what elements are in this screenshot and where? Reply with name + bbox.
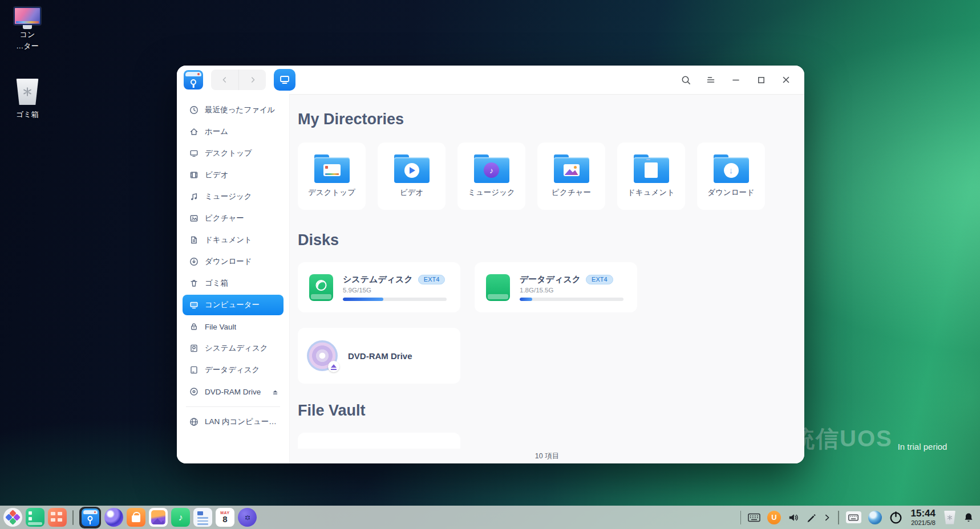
music-folder-icon: ♪ bbox=[474, 154, 509, 183]
download-icon bbox=[189, 257, 199, 266]
sidebar-item-system-disk[interactable]: システムディスク bbox=[183, 338, 284, 359]
sidebar-item-data-disk[interactable]: データディスク bbox=[183, 360, 284, 380]
text-editor-icon[interactable] bbox=[193, 508, 212, 527]
tray-date: 2021/5/8 bbox=[911, 519, 936, 527]
volume-icon[interactable] bbox=[788, 512, 799, 523]
notification-bell-icon[interactable] bbox=[963, 512, 974, 523]
eject-button[interactable] bbox=[272, 388, 279, 396]
file-manager-app-icon bbox=[184, 70, 203, 89]
disk-card-data[interactable]: データディスク EXT4 1.8G/15.5G bbox=[475, 262, 637, 312]
trash-bin-icon bbox=[15, 79, 39, 105]
onboard-keyboard-icon[interactable] bbox=[846, 511, 861, 523]
music-note-icon bbox=[189, 192, 199, 201]
search-icon bbox=[681, 75, 691, 86]
sidebar-item-downloads[interactable]: ダウンロード bbox=[183, 251, 284, 272]
minimize-button[interactable] bbox=[723, 68, 748, 91]
uos-id-icon[interactable]: U bbox=[767, 511, 781, 524]
folder-card-downloads[interactable]: ↓ ダウンロード bbox=[697, 143, 765, 210]
sidebar-item-pictures[interactable]: ピクチャー bbox=[183, 208, 284, 229]
search-button[interactable] bbox=[673, 68, 698, 91]
input-method-icon[interactable] bbox=[748, 513, 760, 522]
defender-globe-icon[interactable] bbox=[868, 511, 882, 524]
optical-row: DVD-RAM Drive bbox=[298, 328, 796, 384]
chevron-left-icon bbox=[221, 76, 229, 84]
browser-icon[interactable] bbox=[104, 508, 123, 527]
app-store-icon[interactable] bbox=[127, 508, 145, 527]
computer-icon bbox=[189, 300, 199, 310]
filesystem-badge: EXT4 bbox=[418, 275, 446, 284]
sidebar-item-videos[interactable]: ビデオ bbox=[183, 165, 284, 185]
dvd-drive-card[interactable]: DVD-RAM Drive bbox=[298, 328, 460, 384]
folder-card-desktop[interactable]: デスクトップ bbox=[298, 143, 366, 210]
disk-usage-bar bbox=[520, 298, 623, 301]
screenshot-tool-icon[interactable] bbox=[806, 512, 816, 523]
keyboard-icon bbox=[748, 513, 760, 522]
disk-usage-text: 1.8G/15.5G bbox=[520, 287, 623, 294]
power-icon bbox=[889, 510, 903, 524]
desktop-folder-icon bbox=[314, 154, 350, 183]
board-app-icon[interactable] bbox=[26, 508, 44, 527]
image-viewer-icon[interactable] bbox=[149, 508, 168, 527]
desktop-icon-trash[interactable]: ゴミ箱 bbox=[0, 79, 55, 120]
section-title-file-vault: File Vault bbox=[298, 401, 796, 420]
window-menu-button[interactable] bbox=[698, 68, 723, 91]
item-count: 10 項目 bbox=[535, 451, 559, 461]
speaker-icon bbox=[788, 512, 799, 523]
disk-card-system[interactable]: システムディスク EXT4 5.9G/15G bbox=[298, 262, 460, 312]
documents-folder-icon bbox=[634, 154, 669, 183]
sidebar-item-documents[interactable]: ドキュメント bbox=[183, 230, 284, 250]
sidebar-item-computer[interactable]: コンピューター bbox=[183, 295, 284, 315]
tray-trash-icon[interactable] bbox=[943, 511, 956, 524]
content-area: My Directories デスクトップ ビデオ ♪ ミュージック bbox=[289, 94, 804, 463]
folder-card-pictures[interactable]: ピクチャー bbox=[537, 143, 605, 210]
title-bar[interactable] bbox=[177, 66, 804, 94]
trial-period-text: In trial period bbox=[898, 442, 947, 451]
system-tray: U 15:44 2021/5/8 bbox=[740, 508, 974, 526]
picture-icon bbox=[189, 214, 199, 223]
system-disk-icon bbox=[309, 274, 333, 301]
sidebar-item-music[interactable]: ミュージック bbox=[183, 186, 284, 207]
filesystem-badge: EXT4 bbox=[586, 275, 613, 284]
sidebar-item-file-vault[interactable]: File Vault bbox=[183, 316, 284, 337]
sidebar-item-recent[interactable]: 最近使ったファイル bbox=[183, 100, 284, 120]
tray-separator bbox=[838, 511, 839, 524]
chevron-right-icon bbox=[823, 514, 831, 522]
sidebar-item-trash[interactable]: ゴミ箱 bbox=[183, 273, 284, 294]
forward-button[interactable] bbox=[238, 70, 266, 90]
icon-view-button[interactable] bbox=[274, 69, 295, 91]
folder-card-music[interactable]: ♪ ミュージック bbox=[457, 143, 525, 210]
desktop-icon-trash-label: ゴミ箱 bbox=[0, 109, 55, 120]
sidebar-item-dvd-drive[interactable]: DVD-RAM Drive bbox=[183, 381, 284, 402]
gear-icon bbox=[242, 512, 253, 523]
folder-card-documents[interactable]: ドキュメント bbox=[617, 143, 685, 210]
desktop-icon bbox=[189, 149, 199, 158]
power-icon[interactable] bbox=[889, 510, 903, 524]
home-icon bbox=[189, 127, 199, 136]
clock-widget[interactable]: 15:44 2021/5/8 bbox=[911, 508, 936, 526]
community-app-icon[interactable] bbox=[48, 508, 67, 527]
calendar-icon[interactable]: MAY 8 bbox=[216, 508, 234, 527]
dock: ♪ MAY 8 bbox=[3, 507, 257, 528]
network-globe-icon bbox=[189, 417, 199, 426]
disk-usage-text: 5.9G/15G bbox=[343, 287, 447, 294]
control-center-icon[interactable] bbox=[238, 508, 257, 527]
section-title-my-directories: My Directories bbox=[298, 109, 796, 129]
music-player-icon[interactable]: ♪ bbox=[171, 508, 190, 527]
close-button[interactable] bbox=[774, 68, 799, 91]
tray-expand-chevron[interactable] bbox=[823, 514, 831, 522]
folder-card-videos[interactable]: ビデオ bbox=[378, 143, 446, 210]
sidebar-item-desktop[interactable]: デスクトップ bbox=[183, 143, 284, 164]
lock-icon bbox=[189, 322, 199, 331]
launcher-icon[interactable] bbox=[3, 508, 22, 527]
clock-icon bbox=[189, 105, 199, 115]
file-manager-dock-icon-active[interactable] bbox=[79, 507, 101, 528]
maximize-button[interactable] bbox=[748, 68, 774, 91]
file-vault-card[interactable] bbox=[298, 433, 460, 449]
sidebar-item-lan-computers[interactable]: LAN 内コンピュー… bbox=[183, 412, 284, 432]
sidebar-item-home[interactable]: ホーム bbox=[183, 121, 284, 142]
back-button[interactable] bbox=[211, 70, 238, 90]
content-scroll-area[interactable]: My Directories デスクトップ ビデオ ♪ ミュージック bbox=[290, 95, 804, 449]
taskbar: ♪ MAY 8 U 15:44 bbox=[0, 506, 980, 529]
optical-disc-icon bbox=[189, 387, 199, 396]
desktop-icon-computer[interactable]: コン …ター bbox=[0, 7, 55, 51]
